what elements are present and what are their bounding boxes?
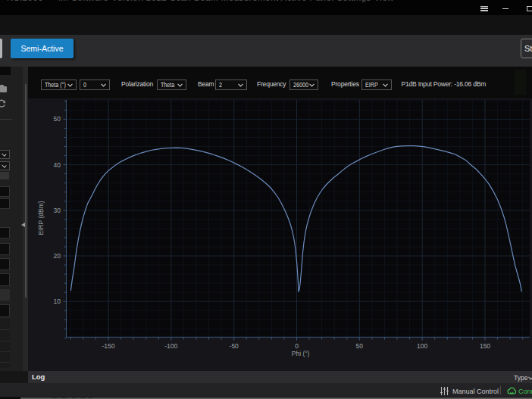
svg-text:50: 50 (54, 115, 61, 123)
svg-text:20: 20 (54, 252, 61, 260)
svg-text:50: 50 (356, 342, 364, 350)
svg-text:EIRP (dBm): EIRP (dBm) (37, 201, 45, 235)
svg-text:30: 30 (54, 207, 61, 214)
svg-text:0: 0 (295, 342, 299, 350)
svg-text:-150: -150 (102, 342, 114, 350)
svg-text:150: 150 (480, 342, 490, 350)
svg-text:-50: -50 (230, 342, 239, 350)
svg-text:10: 10 (54, 298, 61, 305)
svg-text:-100: -100 (164, 342, 177, 350)
svg-text:100: 100 (417, 342, 427, 350)
svg-text:Phi (°): Phi (°) (292, 350, 310, 357)
svg-text:40: 40 (54, 161, 61, 169)
